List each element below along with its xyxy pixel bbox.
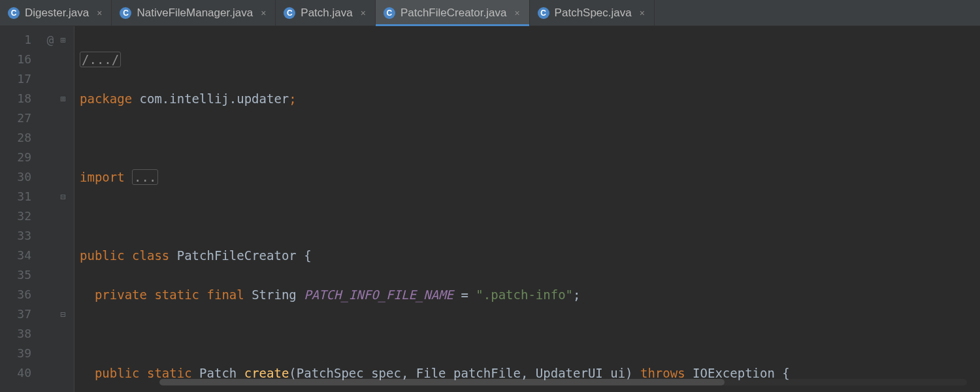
close-icon[interactable]: × bbox=[261, 8, 266, 18]
class-file-icon: C bbox=[284, 7, 295, 19]
horizontal-scrollbar[interactable] bbox=[159, 379, 967, 385]
close-icon[interactable]: × bbox=[640, 8, 645, 18]
class-file-icon: C bbox=[120, 7, 131, 19]
tab-patch[interactable]: C Patch.java × bbox=[276, 0, 376, 25]
line-number-gutter: 1 16 17 18 27 28 29 30 31 32 33 34 35 36… bbox=[0, 26, 41, 392]
fold-toggle-icon[interactable]: ⊟ bbox=[60, 187, 74, 206]
scrollbar-thumb[interactable] bbox=[159, 379, 725, 385]
tab-label: Patch.java bbox=[301, 7, 352, 20]
folded-region[interactable]: /.../ bbox=[80, 52, 121, 67]
tab-label: Digester.java bbox=[25, 7, 89, 20]
tab-label: NativeFileManager.java bbox=[137, 7, 253, 20]
annotation-gutter: @ bbox=[41, 26, 60, 392]
folded-region[interactable]: ... bbox=[132, 169, 158, 185]
close-icon[interactable]: × bbox=[97, 8, 102, 18]
fold-toggle-icon[interactable]: ⊟ bbox=[60, 304, 74, 324]
fold-gutter: ⊞ ⊞ ⊟ ⊟ bbox=[60, 26, 74, 392]
tab-bar: C Digester.java × C NativeFileManager.ja… bbox=[0, 0, 980, 26]
tab-patchspec[interactable]: C PatchSpec.java × bbox=[530, 0, 655, 25]
close-icon[interactable]: × bbox=[361, 8, 366, 18]
tab-patchfilecreator[interactable]: C PatchFileCreator.java × bbox=[376, 0, 530, 25]
fold-toggle-icon[interactable]: ⊞ bbox=[60, 30, 74, 50]
tab-label: PatchSpec.java bbox=[555, 7, 632, 20]
code-editor[interactable]: /.../ package com.intellij.updater; impo… bbox=[74, 26, 980, 392]
override-marker-icon[interactable]: @ bbox=[41, 30, 60, 50]
class-file-icon: C bbox=[384, 7, 395, 19]
class-file-icon: C bbox=[8, 7, 20, 19]
tab-digester[interactable]: C Digester.java × bbox=[0, 0, 112, 25]
close-icon[interactable]: × bbox=[514, 8, 519, 18]
tab-label: PatchFileCreator.java bbox=[400, 7, 507, 20]
editor-area: 1 16 17 18 27 28 29 30 31 32 33 34 35 36… bbox=[0, 26, 980, 392]
class-file-icon: C bbox=[538, 7, 549, 19]
tab-nativefilemanager[interactable]: C NativeFileManager.java × bbox=[112, 0, 276, 25]
fold-toggle-icon[interactable]: ⊞ bbox=[60, 89, 74, 108]
